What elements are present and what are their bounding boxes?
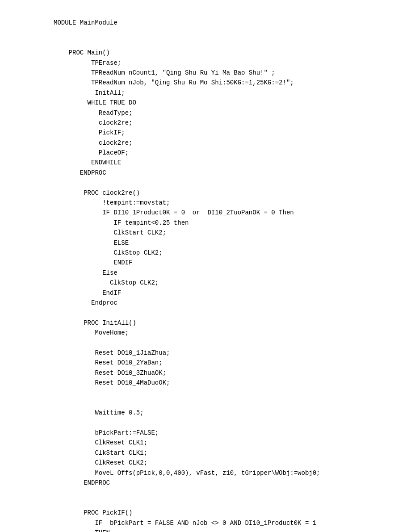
code-content: MODULE MainModule PROC Main() TPErase; T… (54, 18, 411, 532)
